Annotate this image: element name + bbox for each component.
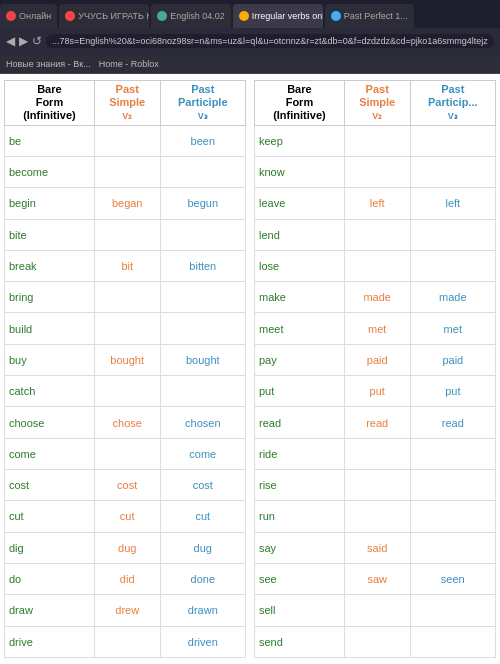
verb-tables-container: BareForm(Infinitive) PastSimpleV₂ PastPa… [0, 74, 500, 664]
past-participle-cell: drawn [160, 595, 245, 626]
table-row: bite [5, 219, 246, 250]
past-participle-cell: read [410, 407, 495, 438]
bare-form-cell: read [255, 407, 345, 438]
past-participle-cell: chosen [160, 407, 245, 438]
bare-form-cell: know [255, 156, 345, 187]
past-simple-cell [344, 470, 410, 501]
table-separator [246, 80, 254, 658]
table-row: comecome [5, 438, 246, 469]
past-participle-cell: begun [160, 188, 245, 219]
address-input[interactable] [46, 34, 494, 48]
tab-english-label: English 04.02 [170, 11, 225, 21]
verb-table-1: BareForm(Infinitive) PastSimpleV₂ PastPa… [4, 80, 246, 658]
bare-form-cell: do [5, 563, 95, 594]
table-row: bebeen [5, 125, 246, 156]
table-row: build [5, 313, 246, 344]
past-simple-cell [94, 219, 160, 250]
past-simple-cell: put [344, 376, 410, 407]
past-simple-cell [344, 595, 410, 626]
table-row: cutcutcut [5, 501, 246, 532]
bare-form-cell: meet [255, 313, 345, 344]
past-simple-cell: cut [94, 501, 160, 532]
table-row: drivedriven [5, 626, 246, 657]
tab-online-label: Онлайн [19, 11, 51, 21]
past-simple-cell: bit [94, 250, 160, 281]
past-simple-cell: read [344, 407, 410, 438]
bare-form-cell: see [255, 563, 345, 594]
forward-icon[interactable]: ▶ [19, 34, 28, 48]
table-row: readreadread [255, 407, 496, 438]
bare-form-cell: leave [255, 188, 345, 219]
bare-form-cell: be [5, 125, 95, 156]
past-simple-cell: said [344, 532, 410, 563]
back-icon[interactable]: ◀ [6, 34, 15, 48]
table-row: meetmetmet [255, 313, 496, 344]
past-simple-cell [344, 219, 410, 250]
past-simple-cell: paid [344, 344, 410, 375]
past-simple-cell: met [344, 313, 410, 344]
table-row: lose [255, 250, 496, 281]
bare-form-cell: keep [255, 125, 345, 156]
tab-english[interactable]: English 04.02 [151, 4, 231, 28]
past-simple-cell [94, 156, 160, 187]
browser-window: Онлайн УЧУСЬ ИГРАТЬ НА ГИТАРЕ English 04… [0, 0, 500, 664]
tab-guitar-label: УЧУСЬ ИГРАТЬ НА ГИТАРЕ [78, 11, 149, 21]
tab-irregular[interactable]: Irregular verbs online exerc... [233, 4, 323, 28]
table-row: saysaid [255, 532, 496, 563]
past-participle-cell: put [410, 376, 495, 407]
past-participle-cell [410, 156, 495, 187]
past-simple-cell: cost [94, 470, 160, 501]
bare-form-cell: ride [255, 438, 345, 469]
past-participle-cell [160, 376, 245, 407]
past-participle-cell [410, 250, 495, 281]
table1-header-ps: PastSimpleV₂ [94, 81, 160, 126]
table2-header-ps: PastSimpleV₂ [344, 81, 410, 126]
tab-guitar[interactable]: УЧУСЬ ИГРАТЬ НА ГИТАРЕ [59, 4, 149, 28]
table1-header-pp: PastParticipleV₃ [160, 81, 245, 126]
table-row: beginbeganbegun [5, 188, 246, 219]
past-simple-cell [94, 376, 160, 407]
past-participle-cell: driven [160, 626, 245, 657]
past-participle-cell: bought [160, 344, 245, 375]
table2-header-pp: PastParticip...V₃ [410, 81, 495, 126]
table-row: makemademade [255, 282, 496, 313]
past-participle-cell [160, 156, 245, 187]
past-simple-cell: chose [94, 407, 160, 438]
table-row: rise [255, 470, 496, 501]
past-participle-cell: paid [410, 344, 495, 375]
past-simple-cell [94, 626, 160, 657]
bare-form-cell: bring [5, 282, 95, 313]
tab-irregular-label: Irregular verbs online exerc... [252, 11, 323, 21]
past-participle-cell [410, 595, 495, 626]
past-simple-cell: drew [94, 595, 160, 626]
page-content: BareForm(Infinitive) PastSimpleV₂ PastPa… [0, 74, 500, 664]
table2-ps-sub: V₂ [372, 111, 382, 121]
bookmark-2[interactable]: Home - Roblox [99, 59, 159, 69]
bare-form-cell: lend [255, 219, 345, 250]
past-simple-cell [344, 156, 410, 187]
past-simple-cell: did [94, 563, 160, 594]
bookmark-1[interactable]: Новые знания - Вк... [6, 59, 91, 69]
table-row: know [255, 156, 496, 187]
bookmarks-bar: Новые знания - Вк... Home - Roblox [0, 54, 500, 74]
table1-header-bare: BareForm(Infinitive) [5, 81, 95, 126]
table-row: drawdrewdrawn [5, 595, 246, 626]
table-row: buyboughtbought [5, 344, 246, 375]
bare-form-cell: dig [5, 532, 95, 563]
past-simple-cell: left [344, 188, 410, 219]
bare-form-cell: rise [255, 470, 345, 501]
past-simple-cell [344, 626, 410, 657]
past-participle-cell: cost [160, 470, 245, 501]
tab-online[interactable]: Онлайн [0, 4, 57, 28]
bare-form-cell: put [255, 376, 345, 407]
address-bar: ◀ ▶ ↺ [0, 28, 500, 54]
bare-form-cell: drive [5, 626, 95, 657]
past-simple-cell [344, 501, 410, 532]
past-participle-cell: cut [160, 501, 245, 532]
tab-past-perfect[interactable]: Past Perfect 1... [325, 4, 414, 28]
past-participle-cell [410, 470, 495, 501]
refresh-icon[interactable]: ↺ [32, 34, 42, 48]
table-row: lend [255, 219, 496, 250]
past-simple-cell: saw [344, 563, 410, 594]
table-row: breakbitbitten [5, 250, 246, 281]
